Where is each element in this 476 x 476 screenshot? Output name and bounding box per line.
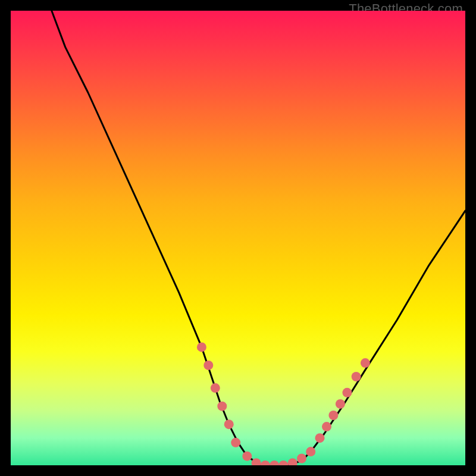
curve-marker [217, 402, 227, 411]
curve-marker [270, 461, 279, 465]
curve-marker [211, 383, 220, 393]
plot-area [11, 11, 465, 465]
curve-marker [297, 454, 306, 464]
curve-marker [315, 433, 325, 443]
curve-marker [336, 399, 345, 409]
curve-marker [288, 458, 298, 465]
chart-frame: TheBottleneck.com [0, 0, 476, 476]
curve-marker [306, 447, 315, 456]
curve-marker [361, 358, 370, 368]
curve-marker [328, 411, 338, 420]
bottleneck-curve [52, 11, 465, 465]
curve-marker [352, 372, 361, 381]
curve-marker [203, 361, 213, 370]
curve-marker [261, 461, 270, 465]
curve-marker [242, 452, 252, 461]
curve-marker [197, 342, 206, 352]
curve-marker [278, 461, 288, 465]
curve-marker [322, 422, 331, 431]
curve-marker [224, 419, 234, 429]
curve-marker [342, 388, 352, 397]
chart-svg [11, 11, 465, 465]
curve-marker [231, 438, 240, 447]
